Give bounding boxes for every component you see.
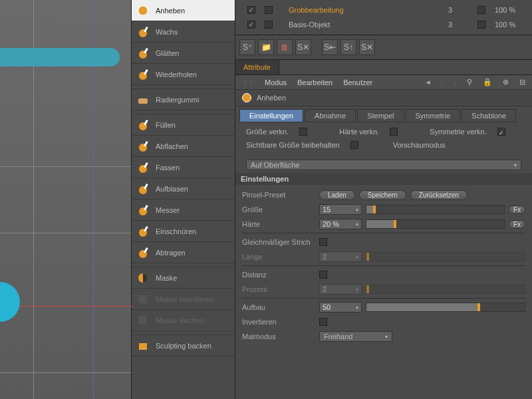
tool-messer[interactable]: Messer (132, 200, 235, 221)
layer-col3: 3 (448, 21, 468, 29)
menu-benutzer[interactable]: Benutzer (343, 78, 372, 86)
layer-visible-checkbox[interactable] (247, 6, 255, 14)
tool-wachs[interactable]: Wachs (132, 21, 235, 43)
expand-icon[interactable]: ⊕ (503, 78, 509, 86)
collapse-icon[interactable]: ⊟ (519, 78, 525, 86)
aufbau-slider[interactable] (366, 303, 525, 312)
tool-anheben[interactable]: Anheben (132, 0, 235, 21)
laden-button[interactable]: Laden (319, 190, 355, 200)
ptab-einstellungen[interactable]: Einstellungen (239, 109, 303, 122)
groesse-verkn-checkbox[interactable] (299, 128, 307, 136)
groesse-slider[interactable] (366, 205, 505, 214)
tool-aufblasen[interactable]: Aufblasen (132, 178, 235, 200)
cone-icon (136, 67, 150, 82)
haerte-slider[interactable] (366, 219, 505, 229)
sichtbare-groesse-label: Sichtbare Größe beibehalten (246, 141, 340, 149)
delete-button[interactable]: 🗑 (277, 39, 293, 55)
search-icon[interactable]: ⚲ (467, 78, 472, 86)
mesh-object-1[interactable] (0, 48, 120, 66)
prozent-field[interactable]: 2♦ (319, 284, 362, 295)
layer-visible-checkbox[interactable] (247, 21, 255, 29)
groesse-label: Größe (242, 205, 315, 213)
ptab-abnahme[interactable]: Abnahme (305, 109, 356, 122)
zuruecksetzen-button[interactable]: Zurücksetzen (410, 190, 467, 200)
tool-maske-löschen: Maske löschen (132, 310, 235, 331)
layer-row[interactable]: Basis-Objekt 3 100 % (239, 17, 528, 32)
nav-prev-icon[interactable]: ‹ (441, 78, 444, 86)
menu-bearbeiten[interactable]: Bearbeiten (297, 78, 332, 86)
bake-icon (136, 338, 150, 353)
distanz-checkbox[interactable] (319, 271, 327, 279)
laenge-slider[interactable] (366, 252, 525, 261)
object-title: Anheben (257, 94, 286, 102)
nav-last-button[interactable]: S✕ (359, 39, 375, 55)
scrape-icon (136, 245, 150, 260)
groesse-field[interactable]: 15♦ (319, 204, 362, 215)
haerte-verkn-checkbox[interactable] (390, 128, 398, 136)
vorschaumodus-label: Vorschaumodus (393, 141, 446, 149)
speichern-button[interactable]: Speichern (359, 190, 406, 200)
attribute-tabbar: Attribute (235, 60, 532, 75)
gleichmaessig-checkbox[interactable] (319, 238, 327, 246)
menu-modus[interactable]: Modus (265, 78, 287, 86)
ptab-symmetrie[interactable]: Symmetrie (406, 109, 461, 122)
menu-grip-icon: ⋮⋮ (242, 79, 254, 86)
add-layer-button[interactable]: S⁺ (239, 39, 255, 55)
eraser-icon (136, 92, 150, 107)
nav-next-icon[interactable]: › (454, 78, 456, 86)
layer-lock-checkbox[interactable] (265, 6, 273, 14)
layer-name: Basis-Objekt (282, 21, 439, 29)
tool-sculpting-backen[interactable]: Sculpting backen (132, 335, 235, 356)
aufbau-label: Aufbau (242, 303, 315, 311)
lock-icon[interactable]: 🔒 (483, 78, 492, 86)
haerte-field[interactable]: 20 %♦ (319, 219, 362, 229)
malmodus-label: Malmodus (242, 332, 315, 340)
tool-glätten[interactable]: Glätten (132, 43, 235, 64)
tool-abflachen[interactable]: Abflachen (132, 136, 235, 157)
tool-radiergummi[interactable]: Radiergummi (132, 89, 235, 110)
layer-col-checkbox[interactable] (477, 6, 485, 14)
flatten-icon (136, 139, 150, 154)
invertieren-checkbox[interactable] (319, 318, 327, 326)
groesse-fx-button[interactable]: Fx (509, 205, 525, 214)
arrow-left-icon[interactable]: ◂ (426, 78, 430, 86)
layer-col-checkbox[interactable] (477, 21, 485, 29)
svg-rect-6 (144, 69, 148, 74)
tool-label: Füllen (156, 121, 176, 129)
vorschaumodus-dropdown[interactable]: Auf Oberfläche ▾ (246, 160, 521, 170)
haerte-fx-button[interactable]: Fx (509, 220, 525, 229)
ptab-schablone[interactable]: Schablone (462, 109, 516, 122)
tool-einschnüren[interactable]: Einschnüren (132, 221, 235, 242)
nav-first-button[interactable]: S⇤ (322, 39, 338, 55)
sichtbare-groesse-checkbox[interactable] (350, 141, 358, 149)
folder-button[interactable]: 📁 (258, 39, 274, 55)
clear-button[interactable]: S✕ (295, 39, 311, 55)
aufbau-field[interactable]: 50♦ (319, 302, 362, 313)
ptab-stempel[interactable]: Stempel (357, 109, 404, 122)
prozent-label: Prozent (242, 285, 315, 293)
nav-prev-button[interactable]: S↑ (340, 39, 356, 55)
tool-abtragen[interactable]: Abtragen (132, 242, 235, 263)
svg-rect-11 (144, 141, 148, 146)
sculpt-tools-panel: AnhebenWachsGlättenWiederholenRadiergumm… (132, 0, 235, 399)
svg-point-0 (138, 6, 148, 15)
mesh-object-2[interactable] (0, 282, 20, 322)
tool-wiederholen[interactable]: Wiederholen (132, 64, 235, 85)
laenge-field[interactable]: 2♦ (319, 251, 362, 262)
svg-rect-17 (144, 205, 148, 210)
tool-maske[interactable]: Maske (132, 267, 235, 289)
malmodus-dropdown[interactable]: Freihand ▾ (319, 331, 392, 342)
prozent-slider[interactable] (366, 285, 525, 294)
gleichmaessig-label: Gleichmäßiger Strich (242, 238, 315, 246)
layer-row[interactable]: Grobbearbeitung 3 100 % (239, 3, 528, 17)
tool-fassen[interactable]: Fassen (132, 157, 235, 178)
symmetrie-verkn-checkbox[interactable] (497, 128, 505, 136)
layer-lock-checkbox[interactable] (265, 21, 273, 29)
svg-rect-19 (144, 226, 148, 231)
tab-attribute[interactable]: Attribute (235, 60, 279, 74)
viewport-3d[interactable] (0, 0, 132, 399)
axis-x (13, 306, 133, 307)
tool-füllen[interactable]: Füllen (132, 114, 235, 136)
attribute-menu: ⋮⋮ Modus Bearbeiten Benutzer ◂ ‹ › ⚲ 🔒 ⊕… (235, 75, 532, 90)
layers-panel: Grobbearbeitung 3 100 % Basis-Objekt 3 1… (235, 0, 532, 35)
